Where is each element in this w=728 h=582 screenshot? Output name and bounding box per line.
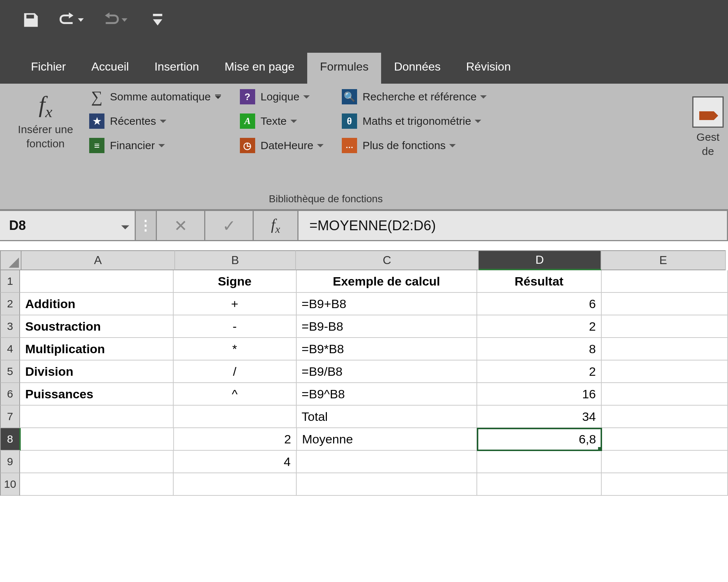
- cell[interactable]: Multiplication: [20, 338, 174, 360]
- text-icon: A: [240, 113, 255, 129]
- cell[interactable]: =B9+B8: [297, 293, 477, 315]
- cell[interactable]: =B9/B8: [297, 360, 477, 383]
- row-7: 7Total34: [0, 406, 728, 428]
- row-header-2[interactable]: 2: [0, 293, 20, 315]
- cell[interactable]: =B9^B8: [297, 383, 477, 406]
- cell[interactable]: Division: [20, 360, 174, 383]
- cell[interactable]: Exemple de calcul: [297, 270, 477, 293]
- redo-button[interactable]: [102, 11, 127, 29]
- cell[interactable]: [602, 315, 728, 338]
- row-header-1[interactable]: 1: [0, 270, 20, 293]
- cell[interactable]: [20, 406, 174, 428]
- cell[interactable]: [602, 270, 728, 293]
- undo-button[interactable]: [58, 11, 84, 29]
- tab-accueil[interactable]: Accueil: [79, 53, 142, 84]
- cell[interactable]: +: [174, 293, 297, 315]
- insert-function-fx-button[interactable]: fx: [254, 211, 298, 240]
- cell[interactable]: [602, 473, 728, 496]
- cell[interactable]: [20, 451, 174, 473]
- cell[interactable]: 2: [477, 315, 602, 338]
- col-header-B[interactable]: B: [175, 250, 296, 270]
- cell[interactable]: [602, 383, 728, 406]
- financial-button[interactable]: ≡ Financier: [89, 138, 222, 153]
- recent-functions-button[interactable]: ★ Récentes: [89, 113, 222, 129]
- cell[interactable]: 34: [477, 406, 602, 428]
- cell[interactable]: 4: [174, 451, 297, 473]
- cell[interactable]: =B9*B8: [297, 338, 477, 360]
- col-header-A[interactable]: A: [21, 250, 175, 270]
- cell[interactable]: [20, 473, 174, 496]
- math-trig-button[interactable]: θ Maths et trigonométrie: [342, 113, 487, 129]
- cell[interactable]: Moyenne: [297, 428, 478, 451]
- cell[interactable]: 16: [477, 383, 602, 406]
- autosum-button[interactable]: ∑ Somme automatique: [89, 89, 222, 104]
- cell[interactable]: Addition: [20, 293, 174, 315]
- cell[interactable]: [21, 428, 174, 451]
- cell[interactable]: 8: [477, 338, 602, 360]
- insert-function-button[interactable]: fx Insérer unefonction: [9, 93, 82, 153]
- tab-insertion[interactable]: Insertion: [142, 53, 212, 84]
- save-button[interactable]: [22, 11, 40, 29]
- cell[interactable]: *: [174, 338, 297, 360]
- row-header-4[interactable]: 4: [0, 338, 20, 360]
- select-all-corner[interactable]: [0, 250, 21, 270]
- cell[interactable]: [297, 451, 477, 473]
- cell[interactable]: [602, 360, 728, 383]
- cell[interactable]: 2: [174, 428, 297, 451]
- spreadsheet-grid: A B C D E 1SigneExemple de calculRésulta…: [0, 250, 728, 582]
- row-header-6[interactable]: 6: [0, 383, 20, 406]
- confirm-formula-button[interactable]: ✓: [205, 211, 254, 240]
- cancel-formula-button[interactable]: ✕: [157, 211, 205, 240]
- tab-donnees[interactable]: Données: [381, 53, 453, 84]
- customize-qat-button[interactable]: [153, 14, 162, 26]
- name-manager-icon[interactable]: [692, 96, 724, 128]
- expand-name-box[interactable]: ⋮: [136, 211, 157, 240]
- row-header-9[interactable]: 9: [0, 451, 20, 473]
- cell[interactable]: [20, 270, 174, 293]
- more-functions-button[interactable]: … Plus de fonctions: [342, 138, 487, 153]
- row-header-8[interactable]: 8: [0, 428, 21, 451]
- row-header-10[interactable]: 10: [0, 473, 20, 496]
- formula-input[interactable]: [298, 211, 727, 240]
- logical-button[interactable]: ? Logique: [240, 89, 324, 104]
- name-box[interactable]: [0, 211, 136, 240]
- cell[interactable]: [174, 473, 297, 496]
- cell[interactable]: Signe: [174, 270, 297, 293]
- col-header-E[interactable]: E: [601, 250, 726, 270]
- cell[interactable]: [174, 406, 297, 428]
- cell[interactable]: Puissances: [20, 383, 174, 406]
- cell[interactable]: [602, 293, 728, 315]
- name-box-input[interactable]: [0, 211, 135, 240]
- text-button[interactable]: A Texte: [240, 113, 324, 129]
- cell[interactable]: [602, 451, 728, 473]
- cell[interactable]: [602, 406, 728, 428]
- cell[interactable]: Total: [297, 406, 477, 428]
- tab-fichier[interactable]: Fichier: [18, 53, 79, 84]
- tab-mise-en-page[interactable]: Mise en page: [212, 53, 307, 84]
- chevron-down-icon[interactable]: [121, 219, 129, 233]
- cell[interactable]: [602, 428, 728, 451]
- cell[interactable]: =B9-B8: [297, 315, 477, 338]
- tab-formules[interactable]: Formules: [307, 53, 381, 84]
- cell[interactable]: ^: [174, 383, 297, 406]
- cell[interactable]: [477, 451, 602, 473]
- lookup-button[interactable]: 🔍 Recherche et référence: [342, 89, 487, 104]
- col-header-D[interactable]: D: [479, 250, 601, 270]
- cell[interactable]: -: [174, 315, 297, 338]
- col-header-C[interactable]: C: [296, 250, 479, 270]
- row-header-5[interactable]: 5: [0, 360, 20, 383]
- row-header-7[interactable]: 7: [0, 406, 20, 428]
- datetime-button[interactable]: ◷ DateHeure: [240, 138, 324, 153]
- cell[interactable]: 6: [477, 293, 602, 315]
- cell[interactable]: [297, 473, 477, 496]
- cell[interactable]: Résultat: [477, 270, 602, 293]
- chevron-down-icon: [475, 119, 481, 123]
- cell[interactable]: /: [174, 360, 297, 383]
- row-header-3[interactable]: 3: [0, 315, 20, 338]
- cell[interactable]: 6,8: [477, 428, 602, 451]
- tab-revision[interactable]: Révision: [453, 53, 523, 84]
- cell[interactable]: [477, 473, 602, 496]
- cell[interactable]: 2: [477, 360, 602, 383]
- cell[interactable]: [602, 338, 728, 360]
- cell[interactable]: Soustraction: [20, 315, 174, 338]
